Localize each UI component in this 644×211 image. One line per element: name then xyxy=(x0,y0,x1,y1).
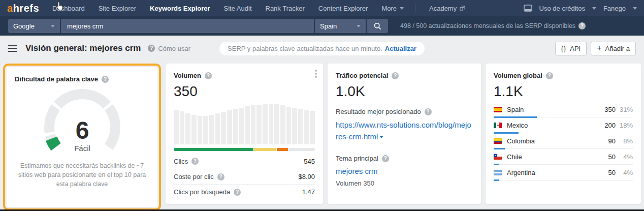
kd-card-title-row: Dificultad de palabra clave xyxy=(15,75,149,83)
chevron-down-icon xyxy=(357,25,361,27)
metric-row: Clics por búsqueda 1.47 xyxy=(174,184,315,199)
metric-row: Coste por clic $8.00 xyxy=(174,169,315,184)
help-icon[interactable] xyxy=(205,72,212,79)
country-name: Colombia xyxy=(507,137,535,145)
volume-bar xyxy=(239,108,244,144)
nav-item[interactable]: Content Explorer xyxy=(318,5,368,12)
window-icon[interactable] xyxy=(524,5,532,12)
mouse-cursor-icon xyxy=(56,2,63,12)
top-navbar: ahrefs Dashboard Site Explorer Keywords … xyxy=(0,0,644,16)
volume-bar xyxy=(245,106,250,144)
traffic-potential-card: Tráfico potencial 1.0K Resultado mejor p… xyxy=(328,64,481,204)
serp-status-text: SERP y palabras clave actualizadas hace … xyxy=(228,45,382,52)
help-icon[interactable] xyxy=(234,189,241,196)
help-icon[interactable] xyxy=(578,22,586,29)
country-volume: 50 xyxy=(595,169,616,176)
help-icon[interactable] xyxy=(102,76,109,83)
metric-row: Clics 545 xyxy=(174,154,315,169)
user-menu[interactable]: Fanego xyxy=(603,5,626,12)
volume-value: 350 xyxy=(174,83,315,100)
top-result-link[interactable]: https://www.nts-solutions.com/blog/mejor… xyxy=(336,119,473,142)
api-button[interactable]: API xyxy=(555,42,587,55)
kd-card-highlight: Dificultad de palabra clave 6 Fácil Esti… xyxy=(3,64,161,210)
distribution-segment xyxy=(288,148,315,151)
menu-icon[interactable] xyxy=(8,45,17,52)
topic-volume-note: Volumen 350 xyxy=(336,179,473,187)
help-icon[interactable] xyxy=(392,72,399,79)
refresh-link[interactable]: Actualizar xyxy=(385,45,416,52)
search-engine-dropdown[interactable]: Google xyxy=(8,19,60,33)
country-dropdown[interactable]: Spain xyxy=(315,19,366,33)
gauge-segment-hard xyxy=(57,94,107,105)
nav-item[interactable]: Rank Tracker xyxy=(266,5,305,12)
nav-item[interactable]: Site Explorer xyxy=(99,5,136,12)
country-percent: 4% xyxy=(616,153,633,161)
add-to-button[interactable]: Añadir a xyxy=(591,42,636,55)
country-percent: 31% xyxy=(616,106,633,113)
serp-status-pill: SERP y palabras clave actualizadas hace … xyxy=(219,42,425,55)
volume-bar xyxy=(221,112,226,144)
nav-item[interactable]: Site Audit xyxy=(224,5,252,12)
country-name: Mexico xyxy=(507,122,528,129)
help-icon xyxy=(148,45,155,52)
global-volume-card: Volumen global 1.1K Spain 350 31% xyxy=(486,64,641,204)
more-label: More xyxy=(381,5,397,12)
help-icon[interactable] xyxy=(191,158,199,165)
metric-label: Clics xyxy=(174,158,188,165)
volume-bar xyxy=(251,105,256,144)
keyword-input[interactable] xyxy=(67,22,308,30)
country-row[interactable]: Chile 50 4% xyxy=(494,149,633,165)
clicks-distribution-bar xyxy=(174,148,315,151)
volume-card-title-row: Volumen xyxy=(174,72,315,79)
nav-item[interactable]: Keywords Explorer xyxy=(150,5,210,12)
nav-item-more[interactable]: More xyxy=(381,5,404,12)
volume-bar xyxy=(310,111,315,144)
search-button[interactable] xyxy=(367,19,388,33)
volume-bar xyxy=(298,109,303,144)
help-icon[interactable] xyxy=(546,72,553,79)
help-icon[interactable] xyxy=(217,173,224,180)
topic-label: Tema principal xyxy=(336,155,378,162)
nav-item-academy[interactable]: Academy xyxy=(429,5,465,12)
nav-right: Uso de créditos Fanego xyxy=(524,5,637,12)
search-row: Google Spain 498 / 500 actualizaciones m… xyxy=(0,16,644,36)
kd-card-title: Dificultad de palabra clave xyxy=(15,75,98,83)
country-flag-icon xyxy=(494,154,502,160)
how-to-use[interactable]: Cómo usar xyxy=(148,45,190,52)
metric-label-wrap: Clics xyxy=(174,158,199,165)
volume-bar xyxy=(174,110,179,144)
volume-bar xyxy=(233,109,238,144)
global-card-title-row: Volumen global xyxy=(494,72,633,79)
help-icon[interactable] xyxy=(425,108,432,115)
country-percent: 8% xyxy=(616,137,633,145)
distribution-segment xyxy=(254,148,276,151)
chevron-down-icon xyxy=(592,7,596,10)
chevron-down-icon xyxy=(633,7,637,10)
credits-usage-menu[interactable]: Uso de créditos xyxy=(539,5,585,12)
topic-link[interactable]: mejores crm xyxy=(336,167,378,175)
volume-bar xyxy=(227,110,232,144)
gauge-segment-medium xyxy=(49,107,56,132)
kebab-menu-icon[interactable] xyxy=(315,73,317,75)
gauge-value-arc xyxy=(51,139,56,147)
gauge-segment-superhard xyxy=(108,107,115,147)
volume-bar xyxy=(185,113,190,144)
global-volume-value: 1.1K xyxy=(494,83,633,100)
country-row[interactable]: Colombia 90 8% xyxy=(494,133,633,149)
volume-bar xyxy=(256,105,262,144)
country-row[interactable]: Mexico 200 18% xyxy=(494,117,633,133)
country-volume: 90 xyxy=(595,137,616,145)
serp-credits-text: 498 / 500 actualizaciones mensuales de l… xyxy=(400,22,575,29)
metric-value: 1.47 xyxy=(302,188,315,196)
volume-bar xyxy=(286,107,292,144)
help-icon[interactable] xyxy=(382,155,389,162)
keyword-input-wrap xyxy=(61,19,314,33)
ahrefs-logo[interactable]: ahrefs xyxy=(7,3,39,14)
country-row[interactable]: Argentina 50 4% xyxy=(494,165,633,180)
volume-bar xyxy=(269,104,274,144)
logo-a: a xyxy=(7,3,13,14)
country-row[interactable]: Spain 350 31% xyxy=(494,102,633,117)
country-value: Spain xyxy=(320,22,337,30)
top-result-label: Resultado mejor posicionado xyxy=(336,108,421,115)
volume-bar xyxy=(280,105,285,144)
